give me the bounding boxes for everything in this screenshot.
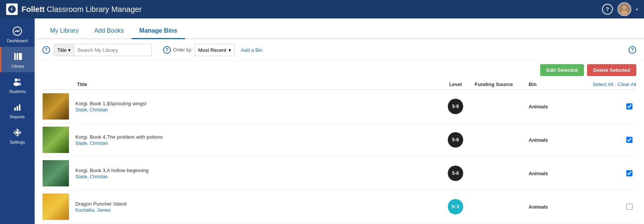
title-dropdown-arrow: ▾ (68, 47, 71, 53)
sidebar-label-reports: Reports (10, 114, 25, 119)
tab-add-books[interactable]: Add Books (87, 23, 132, 39)
sidebar-item-students[interactable]: Students (0, 72, 35, 98)
svg-rect-8 (17, 53, 18, 60)
order-help-icon[interactable]: ? (163, 46, 171, 54)
book-level-cell-4: K-3 (436, 199, 475, 214)
edit-selected-button[interactable]: Edit Selected (540, 64, 584, 76)
tabs: My Library Add Books Manage Bins (35, 18, 644, 39)
sidebar-label-settings: Settings (10, 140, 25, 144)
content-area: My Library Add Books Manage Bins ? Title… (35, 18, 644, 224)
svg-point-14 (16, 131, 19, 134)
follett-logo: F (6, 3, 18, 15)
brand: F Follett Classroom Library Manager (6, 3, 142, 15)
svg-point-11 (18, 79, 20, 81)
book-level-cell-2: 5-8 (436, 132, 475, 148)
book-cover-1 (42, 93, 69, 120)
order-section: ? Order by: Most Recent ▾ Add a Bin (163, 44, 262, 56)
table-container: Title Level Funding Source Bin Select Al… (35, 79, 644, 224)
students-icon (12, 76, 23, 88)
search-help-icon[interactable]: ? (42, 46, 50, 54)
sidebar-label-students: Students (9, 89, 25, 94)
col-header-level: Level (436, 81, 475, 87)
title-dropdown-button[interactable]: Title ▾ (54, 44, 74, 56)
dashboard-icon (12, 25, 23, 37)
sidebar-item-settings[interactable]: Settings (0, 123, 35, 148)
book-checkbox-2[interactable] (626, 137, 632, 143)
level-badge-3: 5-8 (448, 166, 463, 181)
title-dropdown-label: Title (57, 47, 67, 53)
right-help-area: ? (629, 46, 636, 54)
sidebar-item-dashboard[interactable]: Dashboard (0, 22, 35, 47)
level-badge-1: 5-8 (448, 99, 463, 114)
book-checkbox-3[interactable] (626, 170, 632, 176)
user-dropdown-arrow[interactable]: ▾ (636, 7, 638, 12)
book-title-4: Dragon Puncher Island (75, 201, 436, 207)
book-author-4: Kochalka, James (75, 207, 436, 213)
sidebar-item-reports[interactable]: Reports (0, 98, 35, 123)
book-level-cell-3: 5-8 (436, 166, 475, 181)
book-cover-3 (42, 160, 69, 187)
header-help-icon[interactable]: ? (602, 4, 613, 15)
tab-my-library[interactable]: My Library (42, 23, 87, 39)
library-icon (12, 51, 24, 62)
table-row: Korgi. Book 1,$Sprouting wings! Slade, C… (42, 90, 636, 123)
sidebar: Dashboard Library (0, 18, 35, 224)
table-row: Korgi. Book 4,The problem with potions S… (42, 123, 636, 157)
book-bin-2: Animals (529, 137, 575, 143)
svg-rect-9 (19, 53, 22, 60)
order-dropdown-value: Most Recent (198, 47, 226, 53)
level-badge-2: 5-8 (448, 132, 463, 148)
svg-point-10 (15, 78, 18, 81)
svg-point-13 (17, 83, 21, 86)
book-checkbox-4[interactable] (626, 204, 632, 210)
select-all-link[interactable]: Select All (593, 81, 613, 87)
book-title-2: Korgi. Book 4,The problem with potions (75, 134, 436, 140)
sidebar-label-dashboard: Dashboard (7, 38, 28, 43)
book-title-1: Korgi. Book 1,$Sprouting wings! (75, 101, 436, 106)
order-dropdown[interactable]: Most Recent ▾ (195, 44, 235, 56)
book-author-3: Slade, Christian (75, 174, 436, 179)
book-author-2: Slade, Christian (75, 141, 436, 146)
book-cover-4 (42, 193, 69, 220)
settings-icon (12, 127, 23, 138)
col-header-title: Title (42, 81, 436, 87)
user-avatar[interactable] (617, 2, 631, 16)
book-info-4: Dragon Puncher Island Kochalka, James (75, 201, 436, 213)
add-bin-link[interactable]: Add a Bin (241, 47, 262, 53)
book-checkbox-1[interactable] (626, 103, 632, 110)
main-layout: Dashboard Library (0, 18, 644, 224)
book-cover-2 (42, 126, 69, 153)
level-badge-4: K-3 (448, 199, 463, 214)
search-bar: ? Title ▾ ? Order by: Most Recent ▾ Add … (35, 39, 644, 61)
sidebar-item-library[interactable]: Library (0, 47, 35, 72)
pipe-divider: | (615, 81, 616, 87)
order-dropdown-arrow: ▾ (229, 47, 231, 53)
svg-rect-7 (14, 53, 16, 60)
top-header: F Follett Classroom Library Manager ? ▾ (0, 0, 644, 18)
col-header-funding: Funding Source (475, 81, 529, 87)
search-title-dropdown[interactable]: Title ▾ (54, 44, 152, 56)
book-bin-4: Animals (529, 204, 575, 210)
header-right: ? ▾ (602, 2, 638, 16)
book-checkbox-cell-2 (575, 137, 636, 143)
col-header-bin: Bin (529, 81, 575, 87)
order-by-label: Order by: (173, 47, 192, 53)
book-info-2: Korgi. Book 4,The problem with potions S… (75, 134, 436, 146)
table-help-icon[interactable]: ? (629, 46, 636, 54)
search-input[interactable] (74, 44, 151, 56)
reports-icon (12, 101, 23, 113)
delete-selected-button[interactable]: Delete Selected (587, 64, 636, 76)
table-header: Title Level Funding Source Bin Select Al… (42, 79, 636, 90)
book-checkbox-cell-4 (575, 204, 636, 210)
book-checkbox-cell-3 (575, 170, 636, 176)
svg-point-3 (622, 6, 626, 10)
clear-all-link[interactable]: Clear All (618, 81, 636, 87)
book-level-cell-1: 5-8 (436, 99, 475, 114)
svg-point-6 (17, 30, 18, 32)
book-info-3: Korgi. Book 3,A hollow beginning Slade, … (75, 168, 436, 179)
table-row: Korgi. Book 3,A hollow beginning Slade, … (42, 157, 636, 190)
book-bin-1: Animals (529, 104, 575, 110)
tab-manage-bins[interactable]: Manage Bins (132, 23, 185, 39)
brand-name: Follett Classroom Library Manager (22, 5, 142, 14)
book-author-1: Slade, Christian (75, 107, 436, 113)
